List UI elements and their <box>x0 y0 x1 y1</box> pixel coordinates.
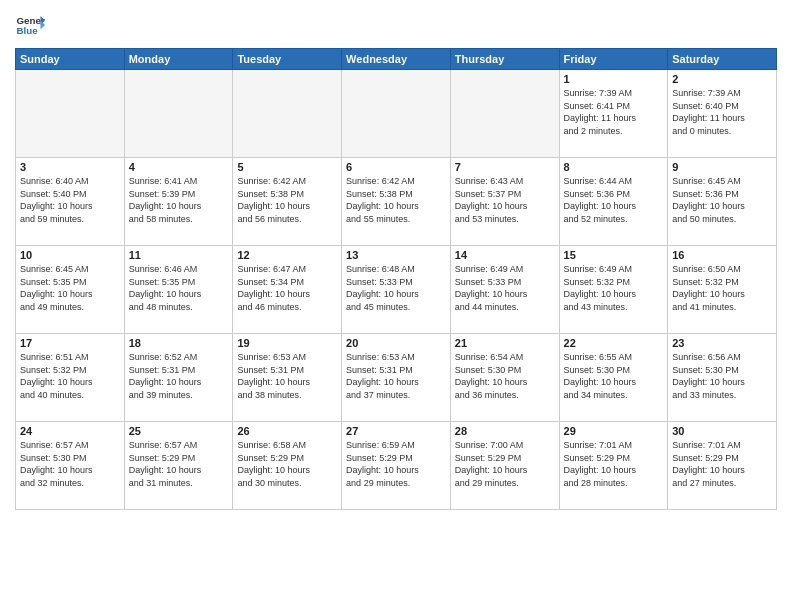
day-number: 13 <box>346 249 446 261</box>
weekday-header-friday: Friday <box>559 49 668 70</box>
calendar-cell: 16Sunrise: 6:50 AM Sunset: 5:32 PM Dayli… <box>668 246 777 334</box>
day-number: 17 <box>20 337 120 349</box>
day-number: 2 <box>672 73 772 85</box>
day-info: Sunrise: 6:49 AM Sunset: 5:32 PM Dayligh… <box>564 263 664 313</box>
day-info: Sunrise: 6:51 AM Sunset: 5:32 PM Dayligh… <box>20 351 120 401</box>
day-info: Sunrise: 6:46 AM Sunset: 5:35 PM Dayligh… <box>129 263 229 313</box>
weekday-header-tuesday: Tuesday <box>233 49 342 70</box>
calendar-cell: 28Sunrise: 7:00 AM Sunset: 5:29 PM Dayli… <box>450 422 559 510</box>
calendar-week-3: 10Sunrise: 6:45 AM Sunset: 5:35 PM Dayli… <box>16 246 777 334</box>
day-number: 19 <box>237 337 337 349</box>
day-number: 25 <box>129 425 229 437</box>
day-number: 9 <box>672 161 772 173</box>
calendar-table: SundayMondayTuesdayWednesdayThursdayFrid… <box>15 48 777 510</box>
day-number: 27 <box>346 425 446 437</box>
calendar-cell: 30Sunrise: 7:01 AM Sunset: 5:29 PM Dayli… <box>668 422 777 510</box>
calendar-cell: 1Sunrise: 7:39 AM Sunset: 6:41 PM Daylig… <box>559 70 668 158</box>
day-number: 14 <box>455 249 555 261</box>
calendar-cell: 29Sunrise: 7:01 AM Sunset: 5:29 PM Dayli… <box>559 422 668 510</box>
calendar-cell <box>124 70 233 158</box>
day-info: Sunrise: 6:42 AM Sunset: 5:38 PM Dayligh… <box>237 175 337 225</box>
day-number: 28 <box>455 425 555 437</box>
day-number: 10 <box>20 249 120 261</box>
day-number: 8 <box>564 161 664 173</box>
day-number: 18 <box>129 337 229 349</box>
logo: General Blue <box>15 10 45 40</box>
day-number: 22 <box>564 337 664 349</box>
day-info: Sunrise: 6:57 AM Sunset: 5:30 PM Dayligh… <box>20 439 120 489</box>
day-info: Sunrise: 6:45 AM Sunset: 5:36 PM Dayligh… <box>672 175 772 225</box>
calendar-cell: 22Sunrise: 6:55 AM Sunset: 5:30 PM Dayli… <box>559 334 668 422</box>
day-info: Sunrise: 6:53 AM Sunset: 5:31 PM Dayligh… <box>346 351 446 401</box>
day-number: 6 <box>346 161 446 173</box>
calendar-cell: 21Sunrise: 6:54 AM Sunset: 5:30 PM Dayli… <box>450 334 559 422</box>
day-number: 24 <box>20 425 120 437</box>
calendar-cell: 14Sunrise: 6:49 AM Sunset: 5:33 PM Dayli… <box>450 246 559 334</box>
day-info: Sunrise: 6:40 AM Sunset: 5:40 PM Dayligh… <box>20 175 120 225</box>
day-info: Sunrise: 7:01 AM Sunset: 5:29 PM Dayligh… <box>564 439 664 489</box>
day-number: 11 <box>129 249 229 261</box>
day-number: 26 <box>237 425 337 437</box>
day-number: 7 <box>455 161 555 173</box>
day-info: Sunrise: 6:44 AM Sunset: 5:36 PM Dayligh… <box>564 175 664 225</box>
day-number: 15 <box>564 249 664 261</box>
calendar-cell: 20Sunrise: 6:53 AM Sunset: 5:31 PM Dayli… <box>342 334 451 422</box>
calendar-cell: 2Sunrise: 7:39 AM Sunset: 6:40 PM Daylig… <box>668 70 777 158</box>
day-info: Sunrise: 6:59 AM Sunset: 5:29 PM Dayligh… <box>346 439 446 489</box>
day-info: Sunrise: 7:39 AM Sunset: 6:41 PM Dayligh… <box>564 87 664 137</box>
calendar-cell <box>16 70 125 158</box>
calendar-header-row: SundayMondayTuesdayWednesdayThursdayFrid… <box>16 49 777 70</box>
weekday-header-saturday: Saturday <box>668 49 777 70</box>
day-number: 5 <box>237 161 337 173</box>
calendar-cell: 15Sunrise: 6:49 AM Sunset: 5:32 PM Dayli… <box>559 246 668 334</box>
day-info: Sunrise: 6:52 AM Sunset: 5:31 PM Dayligh… <box>129 351 229 401</box>
weekday-header-monday: Monday <box>124 49 233 70</box>
day-number: 12 <box>237 249 337 261</box>
day-info: Sunrise: 6:45 AM Sunset: 5:35 PM Dayligh… <box>20 263 120 313</box>
calendar-cell: 12Sunrise: 6:47 AM Sunset: 5:34 PM Dayli… <box>233 246 342 334</box>
day-number: 23 <box>672 337 772 349</box>
day-number: 3 <box>20 161 120 173</box>
day-info: Sunrise: 7:00 AM Sunset: 5:29 PM Dayligh… <box>455 439 555 489</box>
day-info: Sunrise: 6:50 AM Sunset: 5:32 PM Dayligh… <box>672 263 772 313</box>
calendar-cell <box>233 70 342 158</box>
calendar-cell: 27Sunrise: 6:59 AM Sunset: 5:29 PM Dayli… <box>342 422 451 510</box>
calendar-cell: 10Sunrise: 6:45 AM Sunset: 5:35 PM Dayli… <box>16 246 125 334</box>
day-number: 29 <box>564 425 664 437</box>
day-number: 20 <box>346 337 446 349</box>
calendar-cell: 8Sunrise: 6:44 AM Sunset: 5:36 PM Daylig… <box>559 158 668 246</box>
calendar-cell: 23Sunrise: 6:56 AM Sunset: 5:30 PM Dayli… <box>668 334 777 422</box>
calendar-cell: 6Sunrise: 6:42 AM Sunset: 5:38 PM Daylig… <box>342 158 451 246</box>
weekday-header-sunday: Sunday <box>16 49 125 70</box>
weekday-header-wednesday: Wednesday <box>342 49 451 70</box>
calendar-cell: 18Sunrise: 6:52 AM Sunset: 5:31 PM Dayli… <box>124 334 233 422</box>
calendar-cell: 25Sunrise: 6:57 AM Sunset: 5:29 PM Dayli… <box>124 422 233 510</box>
day-info: Sunrise: 6:55 AM Sunset: 5:30 PM Dayligh… <box>564 351 664 401</box>
svg-text:Blue: Blue <box>17 25 39 36</box>
day-info: Sunrise: 6:48 AM Sunset: 5:33 PM Dayligh… <box>346 263 446 313</box>
calendar-cell: 13Sunrise: 6:48 AM Sunset: 5:33 PM Dayli… <box>342 246 451 334</box>
page: General Blue SundayMondayTuesdayWednesda… <box>0 0 792 612</box>
calendar-cell: 26Sunrise: 6:58 AM Sunset: 5:29 PM Dayli… <box>233 422 342 510</box>
day-info: Sunrise: 6:41 AM Sunset: 5:39 PM Dayligh… <box>129 175 229 225</box>
day-info: Sunrise: 6:43 AM Sunset: 5:37 PM Dayligh… <box>455 175 555 225</box>
day-info: Sunrise: 6:57 AM Sunset: 5:29 PM Dayligh… <box>129 439 229 489</box>
calendar-cell: 4Sunrise: 6:41 AM Sunset: 5:39 PM Daylig… <box>124 158 233 246</box>
calendar-cell: 11Sunrise: 6:46 AM Sunset: 5:35 PM Dayli… <box>124 246 233 334</box>
calendar-week-5: 24Sunrise: 6:57 AM Sunset: 5:30 PM Dayli… <box>16 422 777 510</box>
header: General Blue <box>15 10 777 40</box>
day-info: Sunrise: 6:58 AM Sunset: 5:29 PM Dayligh… <box>237 439 337 489</box>
day-info: Sunrise: 6:53 AM Sunset: 5:31 PM Dayligh… <box>237 351 337 401</box>
calendar-cell: 9Sunrise: 6:45 AM Sunset: 5:36 PM Daylig… <box>668 158 777 246</box>
day-info: Sunrise: 6:54 AM Sunset: 5:30 PM Dayligh… <box>455 351 555 401</box>
calendar-cell: 17Sunrise: 6:51 AM Sunset: 5:32 PM Dayli… <box>16 334 125 422</box>
day-info: Sunrise: 6:56 AM Sunset: 5:30 PM Dayligh… <box>672 351 772 401</box>
calendar-cell: 5Sunrise: 6:42 AM Sunset: 5:38 PM Daylig… <box>233 158 342 246</box>
day-info: Sunrise: 6:42 AM Sunset: 5:38 PM Dayligh… <box>346 175 446 225</box>
logo-icon: General Blue <box>15 10 45 40</box>
day-info: Sunrise: 6:47 AM Sunset: 5:34 PM Dayligh… <box>237 263 337 313</box>
calendar-cell: 24Sunrise: 6:57 AM Sunset: 5:30 PM Dayli… <box>16 422 125 510</box>
weekday-header-thursday: Thursday <box>450 49 559 70</box>
day-number: 21 <box>455 337 555 349</box>
day-info: Sunrise: 6:49 AM Sunset: 5:33 PM Dayligh… <box>455 263 555 313</box>
